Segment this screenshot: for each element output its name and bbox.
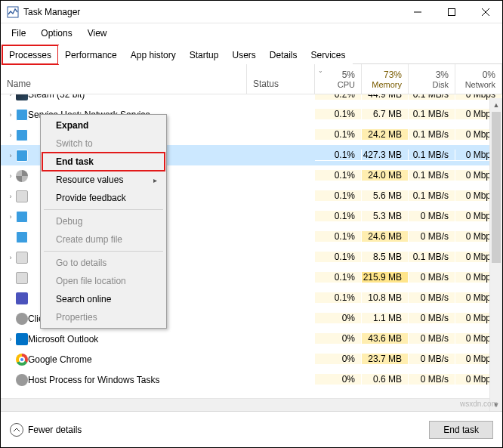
table-row[interactable]: Host Process for Windows Tasks0%0.6 MB0 … <box>1 369 502 390</box>
table-row[interactable]: Google Chrome0%23.7 MB0 MB/s0 Mbps <box>1 349 502 369</box>
window-controls <box>400 1 502 23</box>
disk-cell: 0 MB/s <box>409 231 455 243</box>
memory-cell: 24.0 MB <box>362 170 409 181</box>
vertical-scrollbar[interactable]: ▲ ▼ <box>489 98 502 411</box>
disk-cell: 0.1 MB/s <box>409 170 455 181</box>
ctx-provide-feedback[interactable]: Provide feedback <box>42 189 165 207</box>
title-bar: Task Manager <box>1 1 502 23</box>
fewer-details-label: Fewer details <box>28 425 82 435</box>
ctx-search-online[interactable]: Search online <box>42 290 165 308</box>
context-menu: ExpandSwitch toEnd taskResource valuesPr… <box>40 114 167 329</box>
tab-processes[interactable]: Processes <box>2 45 58 64</box>
expand-arrow-icon[interactable]: › <box>5 172 16 180</box>
ctx-resource-values[interactable]: Resource values <box>42 171 165 189</box>
table-row[interactable]: ›Microsoft Outlook0%43.6 MB0 MB/s0 Mbps <box>1 329 502 349</box>
footer: Fewer details End task <box>1 411 502 447</box>
memory-cell: 23.7 MB <box>362 354 409 365</box>
expand-arrow-icon[interactable]: › <box>5 94 16 98</box>
memory-cell: 44.9 MB <box>362 94 409 100</box>
expand-arrow-icon[interactable]: › <box>5 254 16 261</box>
expand-arrow-icon[interactable]: › <box>5 111 16 119</box>
disk-cell: 0.1 MB/s <box>409 109 455 120</box>
col-cpu[interactable]: ⌄ 5% CPU <box>315 64 362 94</box>
ctx-create-dump-file: Create dump file <box>42 230 165 249</box>
window-title: Task Manager <box>23 7 400 17</box>
process-icon <box>16 313 28 325</box>
cpu-cell: 0.2% <box>315 94 362 100</box>
end-task-button[interactable]: End task <box>429 421 493 439</box>
tab-details[interactable]: Details <box>263 45 304 64</box>
ctx-expand[interactable]: Expand <box>42 116 165 134</box>
disk-cell: 0 MB/s <box>409 333 455 344</box>
process-name: Google Chrome <box>28 354 92 365</box>
menu-options[interactable]: Options <box>33 25 79 42</box>
cpu-cell: 0.1% <box>315 211 362 222</box>
expand-arrow-icon[interactable]: › <box>5 193 16 200</box>
memory-cell: 8.5 MB <box>362 252 409 263</box>
cpu-cell: 0.1% <box>315 129 362 141</box>
menu-bar: File Options View <box>1 23 502 43</box>
cpu-cell: 0.1% <box>315 150 362 161</box>
memory-cell: 427.3 MB <box>362 150 409 161</box>
process-icon <box>16 292 28 304</box>
svg-rect-0 <box>8 7 18 17</box>
expand-arrow-icon[interactable]: › <box>5 152 16 159</box>
tab-startup[interactable]: Startup <box>183 45 226 64</box>
cpu-cell: 0.1% <box>315 252 362 263</box>
cpu-cell: 0.1% <box>315 272 362 283</box>
memory-cell: 1.1 MB <box>362 313 409 324</box>
expand-arrow-icon[interactable]: › <box>5 213 16 221</box>
cpu-cell: 0% <box>315 313 362 324</box>
process-icon <box>16 150 28 162</box>
process-icon <box>16 272 28 284</box>
ctx-end-task[interactable]: End task <box>42 153 165 171</box>
col-memory[interactable]: 73% Memory <box>362 64 409 94</box>
scroll-thumb[interactable] <box>492 112 501 263</box>
tab-users[interactable]: Users <box>225 45 262 64</box>
disk-cell: 0 MB/s <box>409 313 455 324</box>
process-icon <box>16 333 28 345</box>
cpu-cell: 0% <box>315 333 362 344</box>
tab-services[interactable]: Services <box>304 45 353 64</box>
task-manager-icon <box>7 6 19 18</box>
process-icon <box>16 170 28 182</box>
svg-rect-2 <box>448 8 455 15</box>
fewer-details-button[interactable]: Fewer details <box>10 423 82 437</box>
menu-file[interactable]: File <box>4 25 33 42</box>
col-status[interactable]: Status <box>247 64 315 94</box>
memory-cell: 24.6 MB <box>362 231 409 243</box>
process-icon <box>16 190 28 202</box>
disk-cell: 0 MB/s <box>409 211 455 222</box>
memory-cell: 5.3 MB <box>362 211 409 222</box>
process-icon <box>16 252 28 264</box>
expand-arrow-icon[interactable]: › <box>5 335 16 343</box>
table-row[interactable]: ›Steam (32 bit)0.2%44.9 MB0.1 MB/s0 Mbps <box>1 94 502 104</box>
disk-cell: 0 MB/s <box>409 272 455 283</box>
scroll-up-icon[interactable]: ▲ <box>490 98 502 111</box>
disk-cell: 0.1 MB/s <box>409 94 455 100</box>
disk-cell: 0 MB/s <box>409 354 455 365</box>
tab-performance[interactable]: Performance <box>58 45 124 64</box>
process-icon <box>16 211 28 223</box>
col-name[interactable]: Name <box>1 64 247 94</box>
disk-cell: 0.1 MB/s <box>409 190 455 202</box>
process-name: Host Process for Windows Tasks <box>28 375 160 385</box>
cpu-cell: 0.1% <box>315 190 362 202</box>
memory-cell: 215.9 MB <box>362 272 409 283</box>
tab-app-history[interactable]: App history <box>124 45 183 64</box>
col-network[interactable]: 0% Network <box>455 64 502 94</box>
horizontal-scrollbar[interactable] <box>1 398 489 411</box>
memory-cell: 5.6 MB <box>362 190 409 202</box>
memory-cell: 0.6 MB <box>362 374 409 385</box>
maximize-button[interactable] <box>434 1 468 23</box>
process-icon <box>16 354 28 366</box>
ctx-debug: Debug <box>42 212 165 230</box>
memory-cell: 10.8 MB <box>362 292 409 304</box>
close-button[interactable] <box>468 1 502 23</box>
expand-arrow-icon[interactable]: › <box>5 131 16 139</box>
col-disk[interactable]: 3% Disk <box>409 64 455 94</box>
menu-view[interactable]: View <box>80 25 115 42</box>
disk-cell: 0 MB/s <box>409 292 455 304</box>
ctx-switch-to: Switch to <box>42 134 165 153</box>
minimize-button[interactable] <box>400 1 434 23</box>
